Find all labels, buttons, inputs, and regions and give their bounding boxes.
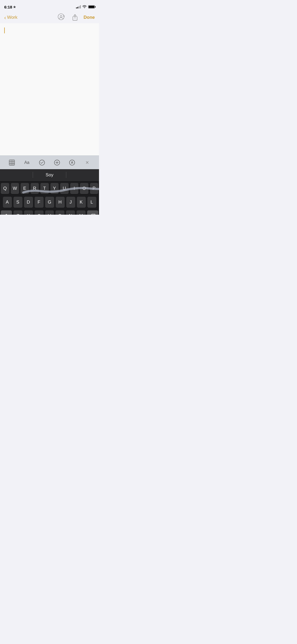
format-aa-label: Aa [24, 160, 30, 165]
share-icon [72, 14, 78, 21]
back-label: Work [7, 15, 17, 20]
key-m[interactable]: M [77, 210, 86, 215]
key-r[interactable]: R [31, 183, 39, 194]
checklist-button[interactable] [37, 158, 47, 167]
markup-icon: A [69, 159, 75, 166]
suggestion-text[interactable]: Soy [46, 172, 53, 178]
key-w[interactable]: W [11, 183, 19, 194]
key-z[interactable]: Z [13, 210, 22, 215]
key-l[interactable]: L [87, 197, 96, 208]
done-button[interactable]: Done [84, 15, 95, 20]
add-person-icon [58, 13, 66, 21]
table-button[interactable] [7, 158, 17, 167]
share-button[interactable] [70, 13, 79, 22]
text-cursor [4, 27, 5, 33]
battery-icon [88, 5, 95, 8]
svg-point-11 [39, 160, 45, 165]
key-e[interactable]: E [21, 183, 29, 194]
key-p[interactable]: P [90, 183, 98, 194]
key-t[interactable]: T [40, 183, 49, 194]
status-icons [76, 5, 95, 8]
battery-fill [89, 6, 94, 8]
location-icon [13, 6, 16, 8]
key-u[interactable]: U [60, 183, 69, 194]
format-text-button[interactable]: Aa [22, 158, 32, 167]
key-d[interactable]: D [24, 197, 33, 208]
svg-point-1 [60, 15, 62, 17]
key-k[interactable]: K [77, 197, 86, 208]
status-bar: 6:18 [0, 0, 99, 12]
key-s[interactable]: S [13, 197, 22, 208]
suggestion-bar: Soy [0, 169, 99, 181]
key-i[interactable]: I [70, 183, 79, 194]
keyboard-row-1: Q W E R T Y U I O P [1, 183, 98, 194]
formatting-toolbar: Aa A × [0, 155, 99, 169]
status-time: 6:18 [4, 5, 16, 9]
key-q[interactable]: Q [1, 183, 9, 194]
key-n[interactable]: N [66, 210, 75, 215]
key-o[interactable]: O [80, 183, 88, 194]
wifi-icon [82, 5, 87, 8]
nav-actions: Done [57, 13, 95, 22]
key-y[interactable]: Y [50, 183, 59, 194]
key-g[interactable]: G [45, 197, 54, 208]
checklist-icon [39, 159, 45, 166]
key-c[interactable]: C [35, 210, 44, 215]
close-icon: × [86, 159, 89, 166]
key-rows: Q W E R T Y U I O P A S D F G H J K L [0, 181, 99, 215]
chevron-left-icon: ‹ [4, 15, 6, 21]
add-content-button[interactable] [52, 158, 62, 167]
shift-key[interactable] [1, 210, 12, 215]
key-j[interactable]: J [66, 197, 75, 208]
add-person-button[interactable] [57, 13, 66, 22]
close-keyboard-button[interactable]: × [82, 158, 92, 167]
backspace-key[interactable] [87, 210, 98, 215]
shift-icon [4, 214, 9, 215]
keyboard: Soy Q W E R T Y U I O P A S D F G H J K … [0, 169, 99, 215]
time-display: 6:18 [4, 5, 12, 9]
key-a[interactable]: A [3, 197, 12, 208]
signal-bars [76, 5, 81, 8]
markup-button[interactable]: A [67, 158, 77, 167]
back-button[interactable]: ‹ Work [4, 15, 17, 21]
table-icon [9, 159, 15, 166]
svg-rect-6 [9, 160, 15, 165]
key-x[interactable]: X [24, 210, 33, 215]
key-f[interactable]: F [35, 197, 44, 208]
note-content-area[interactable] [0, 23, 99, 155]
add-circle-icon [54, 159, 60, 166]
keyboard-row-3: Z X C V B N M [1, 210, 98, 215]
key-b[interactable]: B [55, 210, 64, 215]
svg-marker-17 [4, 214, 8, 215]
backspace-icon [90, 214, 95, 215]
keyboard-row-2: A S D F G H J K L [1, 197, 98, 208]
key-h[interactable]: H [56, 197, 65, 208]
key-v[interactable]: V [45, 210, 54, 215]
nav-bar: ‹ Work Done [0, 12, 99, 23]
svg-text:A: A [71, 161, 73, 164]
